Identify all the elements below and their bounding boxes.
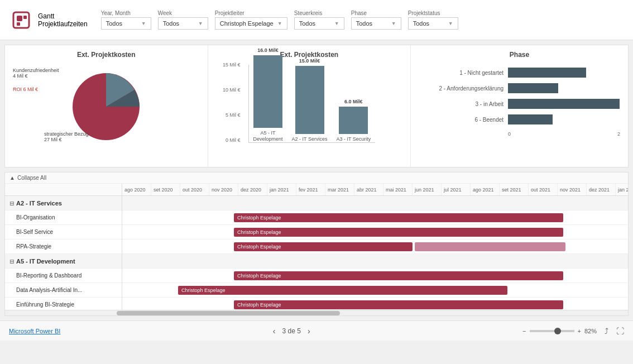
gantt-task-row-einfuhrung: Einführung BI-Strategie [5, 298, 122, 310]
next-page-button[interactable]: › [308, 327, 310, 336]
gantt-label-header [5, 184, 122, 196]
filter-select-3[interactable]: Todos ▼ [294, 17, 344, 30]
gantt-bar-data-analysis[interactable]: Christoph Espelage [178, 286, 507, 295]
bar-chart-title: Ext. Projektkosten [214, 51, 405, 59]
app-title: Gantt Projektlaufzeiten [38, 12, 88, 28]
phase-chart-area: 1 - Nicht gestartet 2 - Anforderungserkl… [416, 62, 622, 139]
bar-chart-area: 15 Mil € 10 Mil € 5 Mil € 0 Mil € 16.0 M… [214, 62, 405, 157]
gantt-bars-data-analysis: Christoph Espelage [122, 283, 628, 298]
page-info: 3 de 5 [282, 327, 301, 335]
filter-select-2[interactable]: Christoph Espelage ▼ [215, 17, 287, 30]
filter-label-1: Week [158, 10, 208, 16]
filter-select-4[interactable]: Todos ▼ [351, 17, 401, 30]
zoom-minus[interactable]: − [522, 328, 526, 334]
pie-legend-roi: ROI 6 Mil € [13, 87, 59, 92]
timeline-cell: jan 2021 [267, 184, 296, 195]
fullscreen-icon[interactable]: ⛶ [616, 327, 624, 336]
timeline-cell: fev 2021 [296, 184, 325, 195]
bar-y-axis: 15 Mil € 10 Mil € 5 Mil € 0 Mil € [219, 62, 243, 143]
filter-group-2: Projektleiter Christoph Espelage ▼ [215, 10, 287, 30]
chevron-down-icon-3: ▼ [334, 21, 339, 26]
prev-page-button[interactable]: ‹ [273, 327, 276, 336]
timeline-cell: ago 2020 [122, 184, 151, 195]
timeline-cell: nov 2020 [209, 184, 238, 195]
gantt-bar-bi-org[interactable]: Christoph Espelage [234, 213, 563, 222]
share-icon[interactable]: ⤴ [605, 327, 608, 336]
gantt-horizontal-scrollbar[interactable] [5, 310, 628, 315]
timeline-cell: ago 2021 [471, 184, 500, 195]
filter-value-5: Todos [413, 20, 429, 27]
timeline-cell: dez 2020 [238, 184, 267, 195]
chevron-down-icon-1: ▼ [198, 21, 203, 26]
timeline-cell: abr 2021 [354, 184, 383, 195]
filter-group-5: Projektstatus Todos ▼ [408, 10, 458, 30]
app-title-sub: Projektlaufzeiten [38, 20, 88, 28]
group-collapse-icon[interactable]: ⊟ [9, 200, 14, 207]
timeline-cell: out 2020 [180, 184, 209, 195]
filter-label-5: Projektstatus [408, 10, 458, 16]
gantt-bar-rpa[interactable]: Christoph Espelage [234, 242, 413, 251]
filter-label-4: Phase [351, 10, 401, 16]
zoom-plus[interactable]: + [578, 328, 581, 334]
phase-row-6: 6 - Beendet [419, 114, 620, 124]
gantt-group-row-a2: ⊟A2 - IT Services [5, 196, 122, 210]
collapse-all-button[interactable]: ▲ Collapse All [9, 175, 46, 181]
pie-legend-kundenzufriedenheit: Kundenzufriedenheit4 Mil € [13, 68, 59, 79]
gantt-bar-bi-reporting[interactable]: Christoph Espelage [234, 271, 563, 280]
chevron-down-icon-0: ▼ [141, 21, 146, 26]
svg-rect-3 [17, 22, 20, 26]
bar-item-a5: 16.0 Mil€ A5 - ITDevelopment [253, 47, 283, 142]
gantt-task-row-bi-org: BI-Organisation [5, 210, 122, 225]
filter-select-1[interactable]: Todos ▼ [158, 17, 208, 30]
timeline-cell: nov 2021 [558, 184, 587, 195]
powerbi-link[interactable]: Microsoft Power BI [9, 328, 60, 334]
bar-a2 [295, 66, 324, 134]
filter-value-3: Todos [299, 20, 315, 27]
filter-label-3: Steuerkreis [294, 10, 344, 16]
app-title-main: Gantt [38, 12, 88, 20]
pie-container: Kundenzufriedenheit4 Mil € ROI 6 Mil € s… [11, 62, 202, 151]
timeline-cell: jun 2021 [413, 184, 442, 195]
gantt-group-row-a5: ⊟A5 - IT Development [5, 254, 122, 269]
timeline-cell: set 2020 [151, 184, 180, 195]
chevron-down-icon-5: ▼ [448, 21, 453, 26]
filter-select-0[interactable]: Todos ▼ [101, 17, 151, 30]
chevron-down-icon-4: ▼ [391, 21, 396, 26]
gantt-section: ▲ Collapse All ⊟A2 - IT Services BI-Orga… [4, 172, 629, 316]
gantt-bars-bi-reporting: Christoph Espelage [122, 269, 628, 283]
gantt-bars-einfuhrung: Christoph Espelage [122, 298, 628, 310]
bar-item-a3: 6.0 Mil€ A3 - IT Security [336, 99, 371, 142]
gantt-task-row-data-analysis: Data Analysis-Artificial In... [5, 283, 122, 298]
phase-row-3: 3 - in Arbeit [419, 99, 620, 109]
filter-value-0: Todos [106, 20, 122, 27]
gantt-body: ⊟A2 - IT Services BI-Organisation BI-Sel… [5, 184, 628, 310]
zoom-value: 82% [584, 328, 597, 334]
charts-section: Ext. Projektkosten Kundenzufriedenheit4 … [4, 45, 629, 167]
gantt-scroll-thumb[interactable] [117, 311, 340, 315]
gantt-bars-group-a5 [122, 254, 628, 269]
timeline-cell: dez 2021 [587, 184, 616, 195]
bar-a3 [339, 107, 368, 134]
app-logo [9, 8, 33, 32]
zoom-slider-thumb [554, 328, 561, 334]
gantt-bar-rpa-light [415, 242, 565, 251]
gantt-controls: ▲ Collapse All [5, 173, 628, 184]
timeline-cell: out 2021 [529, 184, 558, 195]
filter-label-2: Projektleiter [215, 10, 287, 16]
gantt-right-panel: ago 2020set 2020out 2020nov 2020dez 2020… [122, 184, 628, 310]
phase-x-axis: 0 2 [508, 130, 620, 137]
gantt-task-row-rpa: RPA-Strategie [5, 240, 122, 254]
gantt-task-row-bi-self: BI-Self Service [5, 225, 122, 240]
zoom-area: − + 82% [522, 328, 597, 334]
group-collapse-icon-a5[interactable]: ⊟ [9, 258, 14, 265]
gantt-left-panel: ⊟A2 - IT Services BI-Organisation BI-Sel… [5, 184, 122, 310]
phase-chart-panel: Phase 1 - Nicht gestartet 2 - Anforderun… [411, 45, 628, 167]
zoom-slider[interactable] [530, 330, 574, 332]
pie-legend: Kundenzufriedenheit4 Mil € ROI 6 Mil € [13, 68, 59, 94]
gantt-bar-bi-self[interactable]: Christoph Espelage [234, 228, 563, 237]
timeline-cell: jul 2021 [442, 184, 471, 195]
filter-group-0: Year, Month Todos ▼ [101, 10, 151, 30]
filter-select-5[interactable]: Todos ▼ [408, 17, 458, 30]
gantt-bar-einfuhrung[interactable]: Christoph Espelage [234, 300, 563, 309]
collapse-all-label: Collapse All [17, 175, 46, 181]
